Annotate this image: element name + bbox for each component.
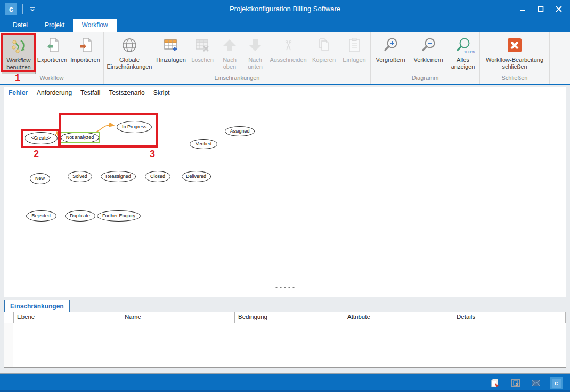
- zoom-percent-badge: 100%: [464, 50, 475, 54]
- arrow-up-icon: [221, 36, 238, 55]
- workflow-benutzen-label: Workflow benutzen: [2, 57, 35, 70]
- workflow-node[interactable]: Verified: [190, 139, 217, 149]
- doc-tab-testszenario[interactable]: Testszenario: [104, 87, 149, 99]
- paste-icon: [346, 36, 363, 55]
- app-tray-icon[interactable]: c: [550, 377, 563, 389]
- ribbon-group-schliessen: Workflow-Bearbeitung schließen Schließen: [480, 32, 550, 84]
- column-header-attribute[interactable]: Attribute: [344, 312, 453, 323]
- doc-tabs: FehlerAnforderungTestfallTestszenarioSkr…: [4, 87, 566, 99]
- workflow-edges: [4, 99, 566, 297]
- table-delete-icon: [194, 36, 211, 55]
- hinzufuegen-button[interactable]: Hinzufügen: [154, 34, 188, 74]
- workflow-node[interactable]: Assigned: [225, 126, 255, 136]
- constraints-table-body[interactable]: [4, 323, 566, 368]
- alles-anzeigen-button[interactable]: 100% Alles anzeigen: [448, 34, 478, 74]
- column-header-bedingung[interactable]: Bedingung: [235, 312, 344, 323]
- einfuegen-label: Einfügen: [343, 56, 365, 63]
- quick-access-chevron-icon[interactable]: [28, 5, 37, 13]
- nach-oben-button[interactable]: Nach oben: [217, 34, 242, 74]
- group-label-einschraenkungen: Einschränkungen: [105, 75, 369, 84]
- doc-tab-testfall[interactable]: Testfall: [76, 87, 104, 99]
- report-pages-icon[interactable]: [489, 377, 502, 389]
- titlebar-separator: [22, 4, 23, 14]
- column-header-ebene[interactable]: Ebene: [14, 312, 121, 323]
- nach-unten-button[interactable]: Nach unten: [243, 34, 267, 74]
- vergroessern-button[interactable]: Vergrößern: [372, 34, 409, 74]
- doc-tab-anforderung[interactable]: Anforderung: [32, 87, 76, 99]
- tab-einschraenkungen[interactable]: Einschränkungen: [4, 300, 70, 312]
- group-label-diagramm: Diagramm: [372, 75, 478, 84]
- workflow-node[interactable]: <Create>: [25, 132, 58, 144]
- hinzufuegen-label: Hinzufügen: [156, 56, 186, 63]
- doc-tab-fehler[interactable]: Fehler: [4, 87, 32, 99]
- close-red-icon: [506, 36, 523, 55]
- ribbon-group-workflow: Workflow benutzen Exportieren: [0, 32, 104, 84]
- minimize-button[interactable]: [515, 3, 531, 15]
- verkleinern-button[interactable]: Verkleinern: [410, 34, 447, 74]
- client-area: FehlerAnforderungTestfallTestszenarioSkr…: [0, 85, 570, 373]
- workflow-bearbeitung-schliessen-label: Workflow-Bearbeitung schließen: [482, 56, 548, 70]
- column-header-details[interactable]: Details: [453, 312, 566, 323]
- menu-tab-datei[interactable]: Datei: [4, 19, 36, 32]
- workflow-benutzen-button[interactable]: Workflow benutzen: [2, 34, 36, 74]
- maximize-button[interactable]: [533, 3, 549, 15]
- workflow-node[interactable]: Duplicate: [65, 210, 95, 222]
- workflow-node[interactable]: Closed: [145, 171, 170, 182]
- row-header-strip: [4, 323, 13, 368]
- workflow-bearbeitung-schliessen-button[interactable]: Workflow-Bearbeitung schließen: [482, 34, 548, 74]
- group-label-schliessen: Schließen: [481, 75, 548, 84]
- workflow-node[interactable]: In Progress: [117, 121, 152, 133]
- exportieren-button[interactable]: Exportieren: [37, 34, 68, 74]
- app-window: c Projektkonfiguration Billing Software …: [0, 0, 570, 392]
- exportieren-label: Exportieren: [37, 56, 67, 63]
- workflow-node[interactable]: Reassigned: [101, 171, 136, 182]
- workflow-node[interactable]: New: [30, 173, 50, 184]
- group-label-workflow: Workflow: [1, 75, 102, 84]
- verkleinern-label: Verkleinern: [413, 56, 443, 63]
- loeschen-label: Löschen: [191, 56, 214, 63]
- bottom-panel-tabs: Einschränkungen: [4, 298, 566, 312]
- title-bar: c Projektkonfiguration Billing Software: [0, 0, 570, 18]
- doc-tab-skript[interactable]: Skript: [149, 87, 174, 99]
- import-icon: [77, 36, 94, 55]
- kopieren-button[interactable]: Kopieren: [309, 34, 339, 74]
- column-header-selector[interactable]: [4, 312, 14, 323]
- ausschneiden-button[interactable]: ✂ Ausschneiden: [268, 34, 308, 74]
- copy-icon: [315, 36, 332, 55]
- einfuegen-button[interactable]: Einfügen: [340, 34, 369, 74]
- zoom-in-icon: [382, 36, 399, 55]
- mail-icon[interactable]: [530, 377, 542, 389]
- ribbon-tab-bar: Datei Projekt Workflow: [0, 18, 570, 32]
- status-bar: c: [0, 373, 570, 392]
- workflow-node[interactable]: Delivered: [182, 171, 211, 182]
- export-icon: [44, 36, 61, 55]
- workflow-node[interactable]: Further Enquiry: [97, 210, 141, 222]
- nach-unten-label: Nach unten: [243, 56, 267, 70]
- arrow-down-icon: [247, 36, 264, 55]
- constraints-table-header: EbeneNameBedingungAttributeDetails: [4, 312, 566, 323]
- ribbon-group-diagramm: Vergrößern Verkleinern: [371, 32, 480, 84]
- nach-oben-label: Nach oben: [217, 56, 242, 70]
- importieren-label: Importieren: [70, 56, 100, 63]
- close-button[interactable]: [551, 3, 567, 15]
- workflow-node[interactable]: Not analyzed: [61, 132, 99, 143]
- statusbar-separator: [479, 378, 479, 388]
- workflow-node[interactable]: Rejected: [26, 210, 56, 222]
- splitter-grip[interactable]: [276, 287, 295, 288]
- window-title: Projektkonfiguration Billing Software: [0, 5, 570, 13]
- importieren-button[interactable]: Importieren: [69, 34, 102, 74]
- ribbon-group-einschraenkungen: Globale Einschränkungen Hinzufügen: [104, 32, 371, 84]
- app-logo-icon[interactable]: c: [5, 3, 17, 15]
- workflow-node[interactable]: Solved: [68, 171, 92, 182]
- globale-einschraenkungen-label: Globale Einschränkungen: [105, 56, 153, 70]
- grid-settings-icon[interactable]: [509, 377, 522, 389]
- ribbon: Workflow benutzen Exportieren: [0, 32, 570, 84]
- menu-tab-projekt[interactable]: Projekt: [36, 19, 73, 32]
- loeschen-button[interactable]: Löschen: [189, 34, 216, 74]
- globale-einschraenkungen-button[interactable]: Globale Einschränkungen: [105, 34, 153, 74]
- column-header-name[interactable]: Name: [121, 312, 235, 323]
- workflow-icon: [10, 36, 27, 55]
- workflow-canvas[interactable]: <Create>Not analyzedIn ProgressAssignedV…: [4, 99, 566, 297]
- scissors-icon: ✂: [282, 36, 294, 55]
- menu-tab-workflow[interactable]: Workflow: [73, 19, 116, 32]
